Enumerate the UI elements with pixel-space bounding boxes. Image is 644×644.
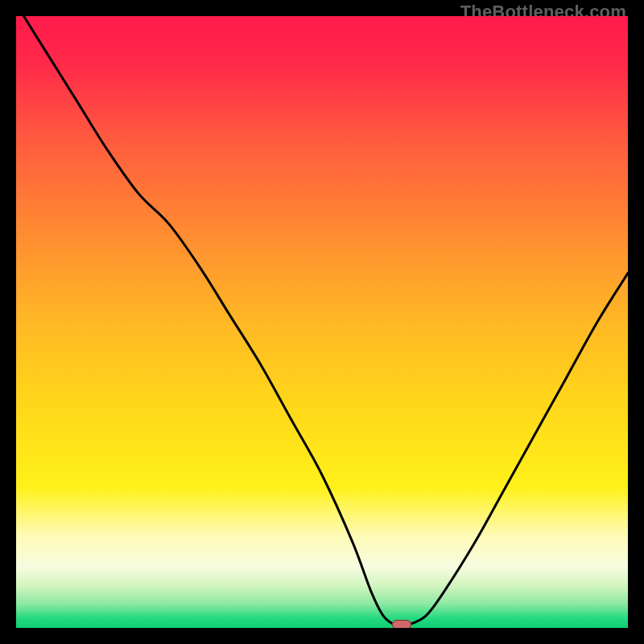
chart-frame: TheBottleneck.com [0, 0, 644, 644]
plot-area [16, 16, 628, 628]
optimum-marker [392, 620, 411, 628]
svg-rect-0 [16, 16, 628, 628]
background-gradient [16, 16, 628, 628]
